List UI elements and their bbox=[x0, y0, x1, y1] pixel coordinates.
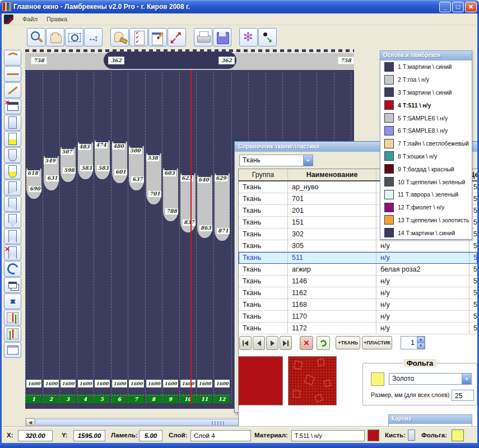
legend-item[interactable]: 7 Т:лайн \ светлобежевый bbox=[380, 137, 472, 150]
spinner-down-icon[interactable]: ▼ bbox=[417, 343, 425, 349]
table-row[interactable]: Ткань 1168 н/у 50 bbox=[239, 299, 477, 311]
palette-button[interactable] bbox=[4, 115, 21, 130]
palette-button[interactable] bbox=[4, 245, 21, 260]
chevron-down-icon[interactable]: ▼ bbox=[462, 374, 471, 384]
palette-button[interactable] bbox=[4, 342, 21, 358]
table-row[interactable]: Ткань 305 н/у 50 bbox=[239, 240, 477, 252]
toolbar-button[interactable] bbox=[129, 28, 148, 46]
material-color-swatch[interactable] bbox=[368, 430, 379, 441]
toolbar-button[interactable] bbox=[84, 28, 103, 46]
lamel-strip[interactable]: 640 863 1600 11 bbox=[197, 49, 213, 409]
menu-item[interactable]: Правка bbox=[42, 15, 72, 24]
spinner-up-icon[interactable]: ▲ bbox=[417, 337, 425, 343]
legend-item[interactable]: 11 Т:аврора \ зеленый bbox=[380, 188, 472, 201]
legend-item[interactable]: 6 Т:SAMPLE8 \ н/у bbox=[380, 124, 472, 137]
scroll-left-icon[interactable]: ◀ bbox=[26, 418, 35, 426]
palette-button[interactable] bbox=[4, 99, 21, 114]
lamel-strip[interactable]: 618 690 1600 1 bbox=[26, 49, 43, 409]
lamel-strip[interactable]: 500 637 1600 7 bbox=[128, 49, 145, 409]
palette-button[interactable] bbox=[4, 212, 21, 228]
toolbar-button[interactable] bbox=[27, 28, 45, 46]
lamel-strip[interactable]: 629 871 1600 12 bbox=[214, 49, 231, 409]
table-row[interactable]: Ткань 1162 н/у 50 bbox=[239, 287, 477, 299]
maximize-button[interactable]: □ bbox=[452, 2, 464, 12]
toolbar-button[interactable] bbox=[258, 28, 277, 46]
palette-button[interactable] bbox=[4, 66, 21, 82]
palette-button[interactable] bbox=[4, 228, 21, 244]
lamel-strip[interactable]: 538 701 1600 8 bbox=[146, 49, 162, 409]
material-field[interactable]: Т:511 \ н/у bbox=[291, 430, 365, 441]
palette-button[interactable] bbox=[4, 82, 21, 98]
next-record-button[interactable] bbox=[266, 336, 278, 350]
first-record-button[interactable] bbox=[239, 336, 252, 350]
y-field[interactable]: 1595.00 bbox=[73, 430, 105, 441]
lamel-strip[interactable]: 483 583 1600 4 bbox=[77, 49, 94, 409]
lamel-strip[interactable]: 480 601 1600 6 bbox=[111, 49, 128, 409]
lamel-index-badge: 4 bbox=[77, 395, 93, 403]
palette-button[interactable] bbox=[4, 131, 21, 147]
toolbar-button[interactable] bbox=[239, 28, 258, 46]
layer-field[interactable]: Слой 4 bbox=[190, 430, 251, 441]
palette-button[interactable] bbox=[4, 147, 21, 163]
foil-combobox[interactable]: Золото ▼ bbox=[389, 373, 472, 385]
count-spinner[interactable]: 1 ▲▼ bbox=[401, 336, 425, 349]
legend-item[interactable]: 13 Т:цеппелин \ золотисть bbox=[380, 214, 472, 227]
toolbar-button[interactable] bbox=[194, 28, 212, 46]
palette-button[interactable] bbox=[4, 180, 21, 195]
table-row[interactable]: Ткань 1170 н/у 50 bbox=[239, 311, 477, 323]
table-row[interactable]: Ткань 1172 н/у 50 bbox=[239, 323, 477, 334]
add-fabric-button[interactable]: +ТКАНЬ bbox=[336, 336, 360, 349]
foil-color-swatch[interactable] bbox=[371, 372, 384, 386]
lamel-strip[interactable]: 623 837 1600 10 bbox=[180, 49, 197, 409]
lamel-strip[interactable]: 507 598 1600 3 bbox=[60, 49, 77, 409]
palette-icon bbox=[4, 213, 21, 227]
x-field[interactable]: 320.00 bbox=[18, 430, 53, 441]
legend-item[interactable]: 1 Т:мартини \ синий bbox=[380, 60, 472, 73]
palette-button[interactable] bbox=[4, 326, 21, 342]
palette-button[interactable] bbox=[4, 164, 21, 179]
toolbar-button[interactable] bbox=[148, 28, 167, 46]
palette-button[interactable] bbox=[4, 196, 21, 212]
palette-button[interactable] bbox=[4, 50, 21, 66]
minimize-button[interactable]: _ bbox=[439, 2, 451, 12]
menu-item[interactable]: Файл bbox=[18, 15, 42, 24]
toolbar-button[interactable] bbox=[213, 28, 231, 46]
table-row[interactable]: Ткань 511 н/у 50 bbox=[239, 252, 477, 264]
legend-item[interactable]: 12 Т:фиолет \ н/у bbox=[380, 201, 472, 214]
table-row[interactable]: Ткань 1146 н/у 50 bbox=[239, 276, 477, 287]
palette-button[interactable] bbox=[4, 310, 21, 325]
close-button[interactable]: ✕ bbox=[465, 2, 477, 12]
legend-item[interactable]: 3 Т:мартини \ синий bbox=[380, 86, 472, 99]
legend-item[interactable]: 4 Т:511 \ н/у bbox=[380, 99, 472, 111]
palette-button[interactable] bbox=[4, 293, 21, 309]
status-bar: X: 320.00 Y: 1595.00 Ламель: 5.00 Слой: … bbox=[0, 427, 479, 443]
toolbar-button[interactable] bbox=[110, 28, 129, 46]
legend-item[interactable]: 14 Т:мартини \ синий bbox=[380, 226, 472, 239]
palette-button[interactable] bbox=[4, 261, 21, 277]
toolbar-button[interactable] bbox=[46, 28, 64, 46]
chevron-down-icon[interactable]: ▼ bbox=[303, 155, 313, 166]
foil-size-input[interactable]: 25 bbox=[452, 390, 474, 401]
lamel-strip[interactable]: 549 631 1600 2 bbox=[43, 49, 60, 409]
legend-item[interactable]: 5 Т:SAMPLE6 \ н/у bbox=[380, 111, 472, 124]
add-plastic-button[interactable]: +ПЛАСТИК bbox=[362, 336, 392, 349]
palette-button[interactable] bbox=[4, 277, 21, 293]
legend-item[interactable]: 8 Т:кошки \ н/у bbox=[380, 150, 472, 163]
brush-swatch[interactable] bbox=[408, 430, 415, 441]
foil-status-swatch[interactable] bbox=[452, 430, 464, 441]
lamel-strip[interactable]: 603 788 1600 9 bbox=[162, 49, 179, 409]
legend-item[interactable]: 2 Т:гоа \ н/у bbox=[380, 73, 472, 86]
last-record-button[interactable] bbox=[280, 336, 292, 350]
table-row[interactable]: Ткань агжир белая роза2 50 bbox=[239, 264, 477, 276]
lamel-strip[interactable]: 474 583 1600 5 bbox=[94, 49, 111, 409]
delete-record-button[interactable]: ✕ bbox=[300, 336, 313, 350]
prev-record-button[interactable] bbox=[253, 336, 265, 350]
legend-item[interactable]: 10 Т:цеппелин \ зеленый bbox=[380, 175, 472, 188]
palette-icon bbox=[4, 83, 21, 97]
lamel-field[interactable]: 5.00 bbox=[139, 430, 162, 441]
toolbar-button[interactable] bbox=[65, 28, 83, 46]
fabric-type-combobox[interactable]: Ткань ▼ bbox=[239, 155, 313, 166]
refresh-button[interactable] bbox=[317, 336, 330, 350]
toolbar-button[interactable] bbox=[168, 28, 186, 46]
legend-item[interactable]: 9 Т:багдад \ красный bbox=[380, 162, 472, 175]
